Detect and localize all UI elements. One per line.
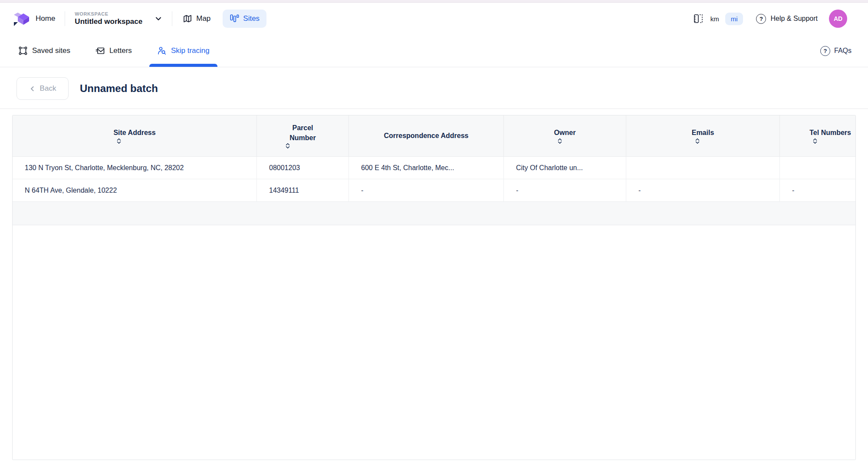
cell-parcel-number: 14349111 (257, 179, 349, 201)
cell-tel-numbers: - (780, 179, 855, 201)
skip-tracing-results-table: Site Address Parcel Number Correspondenc… (12, 115, 856, 460)
sort-icon (285, 143, 290, 149)
header-divider (172, 11, 172, 26)
tab-label: Saved sites (32, 46, 70, 55)
column-header-owner[interactable]: Owner (504, 115, 626, 156)
tab-saved-sites[interactable]: Saved sites (18, 35, 70, 67)
chevron-left-icon (29, 85, 36, 92)
sites-label: Sites (243, 14, 260, 23)
column-label: Emails (692, 129, 714, 136)
back-button-label: Back (40, 84, 56, 93)
column-label: Parcel Number (289, 124, 316, 141)
cell-correspondence-address: - (349, 179, 504, 201)
workspace-name: Untitled workspace (75, 17, 142, 26)
cell-emails (626, 157, 780, 179)
header-divider (65, 11, 65, 26)
page-title: Unnamed batch (80, 82, 158, 95)
map-label: Map (196, 14, 210, 23)
table-empty-area (13, 225, 855, 460)
chevron-down-icon[interactable] (155, 15, 162, 23)
column-header-tel-numbers[interactable]: Tel Numbers (780, 115, 855, 156)
column-label: Correspondence Address (384, 132, 468, 139)
map-icon (183, 14, 192, 23)
tabs: Saved sites Letters Skip tracing (18, 35, 210, 67)
tab-label: Letters (109, 46, 132, 55)
measurement-units-icon (693, 13, 704, 24)
table-row[interactable]: N 64TH Ave, Glendale, 10222 14349111 - -… (13, 179, 855, 202)
cell-site-address: 130 N Tryon St, Charlotte, Mecklenburg, … (13, 157, 257, 179)
bounding-box-icon (18, 46, 28, 56)
table-header-row: Site Address Parcel Number Correspondenc… (13, 115, 855, 157)
person-search-icon (157, 46, 167, 56)
cell-correspondence-address: 600 E 4th St, Charlotte, Mec... (349, 157, 504, 179)
column-header-site-address[interactable]: Site Address (13, 115, 257, 156)
column-label: Site Address (113, 129, 155, 136)
workspace-label: WORKSPACE (75, 11, 142, 17)
cell-emails: - (626, 179, 780, 201)
tab-label: Skip tracing (171, 46, 210, 55)
header-right: km mi ? Help & Support AD (693, 10, 847, 28)
unit-toggle-mi[interactable]: mi (725, 13, 743, 25)
column-label: Owner (554, 129, 576, 136)
back-button[interactable]: Back (16, 77, 69, 100)
question-circle-icon: ? (756, 14, 766, 24)
cell-parcel-number: 08001203 (257, 157, 349, 179)
sites-nav-button[interactable]: Sites (223, 10, 266, 28)
home-link[interactable]: Home (36, 14, 55, 23)
user-avatar[interactable]: AD (829, 10, 847, 28)
sites-icon (230, 14, 239, 23)
column-header-correspondence-address[interactable]: Correspondence Address (349, 115, 504, 156)
table-row[interactable]: 130 N Tryon St, Charlotte, Mecklenburg, … (13, 157, 855, 179)
question-circle-icon: ? (820, 46, 830, 56)
workspace-switcher[interactable]: WORKSPACE Untitled workspace (75, 11, 142, 26)
help-support-label: Help & Support (770, 15, 818, 23)
secondary-nav: Saved sites Letters Skip tracing ? FAQs (0, 35, 868, 67)
cell-site-address: N 64TH Ave, Glendale, 10222 (13, 179, 257, 201)
sort-icon (116, 138, 122, 144)
active-tab-indicator (149, 64, 217, 67)
table-footer-strip (13, 202, 855, 225)
cell-tel-numbers (780, 157, 855, 179)
app-logo-icon[interactable] (12, 9, 31, 28)
tab-skip-tracing[interactable]: Skip tracing (157, 35, 210, 67)
header-left: Home WORKSPACE Untitled workspace Map Si… (12, 9, 266, 28)
map-nav-button[interactable]: Map (183, 14, 210, 23)
section-divider (0, 108, 868, 109)
tab-letters[interactable]: Letters (95, 35, 132, 67)
sort-icon (695, 138, 700, 144)
unit-toggle-km[interactable]: km (710, 15, 719, 23)
column-header-parcel-number[interactable]: Parcel Number (257, 115, 349, 156)
faqs-button[interactable]: ? FAQs (820, 46, 852, 56)
sort-icon (557, 138, 562, 144)
envelope-icon (95, 46, 105, 56)
column-header-emails[interactable]: Emails (626, 115, 780, 156)
faqs-label: FAQs (834, 47, 852, 55)
app-header: Home WORKSPACE Untitled workspace Map Si… (0, 3, 868, 35)
cell-owner: - (504, 179, 626, 201)
page-header-row: Back Unnamed batch (16, 77, 868, 100)
help-support-button[interactable]: ? Help & Support (756, 14, 818, 24)
cell-owner: City Of Charlotte un... (504, 157, 626, 179)
column-label: Tel Numbers (809, 129, 851, 136)
sort-icon (812, 138, 818, 144)
